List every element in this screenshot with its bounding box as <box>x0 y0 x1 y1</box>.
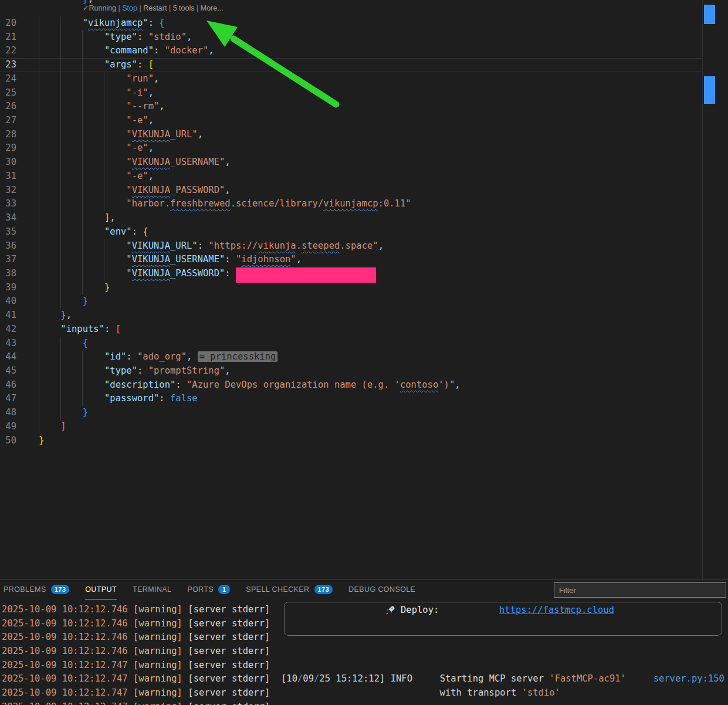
code-token: VIKUNJA <box>132 240 170 251</box>
code-token: "-e" <box>126 115 148 126</box>
code-line[interactable]: 24 "run", <box>0 72 702 86</box>
code-line[interactable]: 40 } <box>0 294 702 309</box>
tab-problems[interactable]: PROBLEMS173 <box>4 580 69 599</box>
code-token: false <box>170 393 198 404</box>
code-token <box>39 59 104 70</box>
code-token: : <box>137 32 148 42</box>
code-line[interactable]: 20 "vikunjamcp": { <box>0 16 702 30</box>
code-line[interactable]: 21 "type": "stdio", <box>0 30 702 45</box>
code-line[interactable]: 25 "-i", <box>0 86 702 100</box>
tab-label: SPELL CHECKER <box>246 585 309 594</box>
code-token: 25 15:12:12] <box>319 673 390 684</box>
code-editor[interactable]: }, ✓Running | Stop | Restart | 5 tools |… <box>0 0 728 579</box>
code-line[interactable]: 43 { <box>0 337 702 351</box>
code-token <box>39 365 104 376</box>
code-token: , <box>455 379 460 390</box>
code-line[interactable]: 45 "type": "promptString", <box>0 364 702 378</box>
code-line[interactable]: 32 "VIKUNJA_PASSWORD", <box>0 184 702 198</box>
code-line[interactable]: 28 "VIKUNJA_URL", <box>0 128 702 142</box>
line-number: 21 <box>0 30 16 45</box>
code-token: : <box>104 324 116 334</box>
code-line[interactable]: 36 "VIKUNJA_URL": "https://vikunja.steep… <box>0 239 702 253</box>
code-token: [server stderr] <box>188 673 270 684</box>
code-token <box>39 129 126 140</box>
code-token: 2025-10-09 10:12:12.746 <box>2 646 133 656</box>
codelens-more-[interactable]: More... <box>201 4 224 12</box>
code-line[interactable]: 44 "id": "ado_org", = princessking <box>0 350 702 364</box>
deploy-row: Deploy: <box>385 604 439 618</box>
password-redaction-overlay <box>236 267 376 283</box>
code-line[interactable]: 47 "password": false <box>0 392 702 406</box>
code-token: with transport <box>440 687 522 698</box>
code-token <box>39 379 104 390</box>
code-token: [warning] <box>133 687 182 698</box>
code-token: : <box>137 365 148 376</box>
tab-debug-console[interactable]: DEBUG CONSOLE <box>348 580 415 599</box>
tab-label: TERMINAL <box>133 585 171 594</box>
tab-label: PORTS <box>187 585 214 594</box>
filter-input[interactable] <box>554 582 726 598</box>
code-line[interactable]: 49 ] <box>0 420 702 434</box>
line-number: 23 <box>0 58 16 72</box>
code-line[interactable]: 35 "env": { <box>0 225 702 239</box>
tab-ports[interactable]: PORTS1 <box>187 580 230 599</box>
code-line[interactable]: 39 } <box>0 281 702 295</box>
code-line[interactable]: 46 "description": "Azure DevOps organiza… <box>0 378 702 392</box>
code-line[interactable]: 48 } <box>0 406 702 420</box>
code-token: VIKUNJA <box>132 268 170 279</box>
code-line[interactable]: 29 "-e", <box>0 141 702 155</box>
code-line[interactable]: 23 "args": [ <box>0 58 702 72</box>
code-line[interactable]: 30 "VIKUNJA_USERNAME", <box>0 155 702 170</box>
code-lines: 20 "vikunjamcp": {21 "type": "stdio",22 … <box>0 16 702 448</box>
code-token: "inputs" <box>60 324 104 334</box>
output-log[interactable]: Deploy: https://fastmcp.cloud 2025-10-09… <box>0 600 728 705</box>
log-line: 2025-10-09 10:12:12.746 [warning] [serve… <box>2 645 728 659</box>
log-line: 2025-10-09 10:12:12.747 [warning] [serve… <box>2 686 728 700</box>
code-token <box>39 324 60 334</box>
code-token: [ <box>116 324 121 334</box>
code-line[interactable]: 50} <box>0 434 702 448</box>
code-line[interactable]: 26 "--rm", <box>0 100 702 114</box>
deploy-link[interactable]: https://fastmcp.cloud <box>499 604 614 618</box>
code-token: vikunjamcp <box>88 18 143 28</box>
code-token: [warning] <box>133 646 182 656</box>
codelens-restart[interactable]: Restart <box>143 4 167 12</box>
line-number: 40 <box>0 294 16 309</box>
code-token: , <box>378 240 384 251</box>
line-number: 43 <box>0 337 16 351</box>
tab-spell-checker[interactable]: SPELL CHECKER173 <box>246 580 333 599</box>
code-line[interactable]: 27 "-e", <box>0 114 702 128</box>
code-token <box>39 351 104 362</box>
codelens-5-tools[interactable]: 5 tools <box>173 4 195 12</box>
tab-terminal[interactable]: TERMINAL <box>133 580 171 599</box>
code-token <box>39 226 104 237</box>
line-number: 38 <box>0 267 16 281</box>
code-token: _URL" <box>170 240 198 251</box>
line-number: 33 <box>0 197 16 211</box>
code-token: 2025-10-09 10:12:12.747 <box>2 660 133 670</box>
deploy-panel: Deploy: https://fastmcp.cloud <box>284 602 722 636</box>
code-token: [server stderr] <box>188 646 270 656</box>
code-line[interactable]: 34 ], <box>0 211 702 225</box>
code-line[interactable]: 22 "command": "docker", <box>0 44 702 58</box>
code-token: 09 <box>303 673 314 684</box>
code-token: { <box>143 226 148 237</box>
code-line[interactable]: 37 "VIKUNJA_USERNAME": "idjohnson", <box>0 253 702 267</box>
code-line[interactable]: 42 "inputs": [ <box>0 323 702 337</box>
code-line[interactable]: 33 "harbor.freshbrewed.science/library/v… <box>0 197 702 211</box>
code-token: "run" <box>126 73 154 84</box>
tab-output[interactable]: OUTPUT <box>85 580 117 599</box>
code-token: contoso <box>400 379 438 390</box>
code-token: 2025-10-09 10:12:12.746 <box>2 618 133 629</box>
code-line[interactable]: 41 }, <box>0 309 702 323</box>
line-number: 50 <box>0 434 16 448</box>
code-token: " <box>126 129 131 140</box>
code-token: :0.11" <box>378 198 411 209</box>
code-token: [ <box>148 59 154 70</box>
codelens-stop[interactable]: Stop <box>122 4 137 12</box>
code-token: 'stdio' <box>522 687 560 698</box>
code-token: " <box>126 268 131 279</box>
log-line: 2025-10-09 10:12:12.747 [warning] [serve… <box>2 672 728 686</box>
code-line[interactable]: 31 "-e", <box>0 170 702 184</box>
deploy-label: Deploy: <box>401 604 439 618</box>
